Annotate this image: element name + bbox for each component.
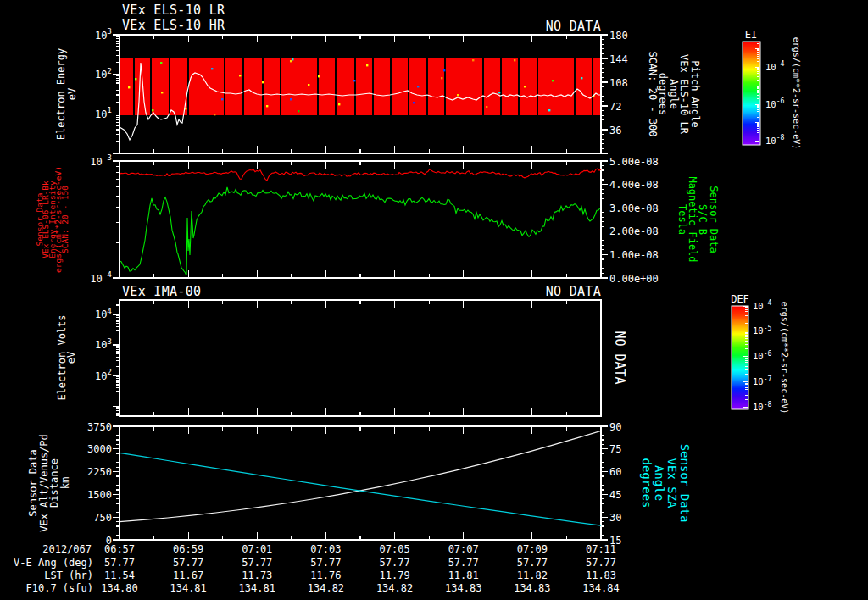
spectrogram-speck [152, 109, 153, 111]
pitch-tick-label: 108 [609, 77, 628, 89]
spectrogram-speck [239, 75, 241, 76]
table-value: 57.77 [586, 557, 616, 569]
pitch-tick-label: 180 [609, 30, 628, 42]
spectrogram-speck [413, 102, 415, 103]
table-row2-label: LST (hr) [44, 569, 93, 581]
alt-tick-label: 3000 [87, 443, 112, 455]
panel1-left-axis-label-line: eV [66, 88, 78, 100]
bfield-tick-label: 1.00e-08 [609, 249, 659, 261]
panel4-right-axis-label-line: degrees [640, 458, 654, 508]
spectrogram-speck [292, 58, 293, 60]
panel2-right-axis-label-line: Tesla [676, 204, 688, 235]
spectrogram-speck [443, 69, 445, 71]
spectrogram-speck [581, 77, 582, 79]
panel2-left-axis-label-line: SCAN: 20 - 150 [60, 186, 70, 253]
sza-tick-label: 90 [609, 421, 621, 433]
panel4-right-axis-label-line: Sensor Data [678, 444, 692, 523]
panel4-right-axis-label-line: Angle [653, 465, 666, 501]
sza-tick-label: 60 [609, 466, 621, 478]
panel4-right-axis-label-line: VEx SZA [665, 458, 679, 508]
table-value: 11.81 [448, 569, 479, 581]
table-date-label: 2012/067 [42, 543, 92, 555]
spectrogram-bin-gap [444, 58, 446, 115]
table-value: 11.54 [104, 569, 135, 581]
time-label: 07:09 [517, 543, 548, 555]
table-value: 134.81 [170, 582, 206, 594]
table-value: 11.83 [586, 569, 616, 581]
spectrogram-speck [353, 80, 355, 81]
alt-tick-label: 2250 [87, 466, 112, 478]
spectrogram-bin-gap [372, 58, 374, 115]
spectrogram-bin-gap [150, 58, 152, 115]
panel1-no-data-label: NO DATA [546, 19, 601, 34]
spectrogram-speck [498, 92, 500, 93]
table-value: 134.83 [514, 582, 550, 594]
panel3-no-data-label: NO DATA [546, 284, 601, 299]
panel1-title-line2: VEx ELS-10 HR [122, 18, 225, 33]
spectrogram-speck [417, 86, 419, 87]
time-label: 06:57 [104, 543, 135, 555]
spectrogram-speck [128, 86, 130, 88]
spectrogram-bin-gap [335, 58, 337, 115]
table-row3-label: F10.7 (sfu) [26, 582, 93, 594]
spectrogram-speck [552, 80, 554, 81]
spectrogram-speck [338, 103, 340, 105]
table-value: 134.83 [445, 582, 481, 594]
alt-tick-label: 1500 [87, 489, 112, 501]
time-label: 06:59 [173, 543, 203, 555]
spectrogram-speck [290, 60, 292, 62]
spectrogram-band [120, 58, 601, 115]
plot-canvas: VEx ELS-10 LR VEx ELS-10 HR NO DATA VEx … [0, 0, 868, 600]
spectrogram-speck [161, 92, 163, 93]
spectrogram-bin-gap [354, 58, 356, 115]
pitch-tick-label: 36 [609, 125, 621, 136]
colorbar-def-title: DEF [731, 293, 749, 305]
sza-tick-label: 45 [609, 489, 621, 501]
table-value: 11.79 [380, 569, 410, 581]
spectrogram-speck [214, 114, 215, 115]
panel1-right-axis-label-line: SCAN: 20 - 300 [647, 51, 659, 136]
spectrogram-speck [457, 94, 459, 96]
spectrogram-bin-gap [574, 58, 576, 115]
table-value: 11.73 [242, 569, 272, 581]
table-value: 57.77 [380, 557, 410, 569]
spectrogram-speck [548, 109, 550, 111]
spectrogram-speck [298, 110, 299, 112]
time-label: 07:01 [242, 543, 272, 555]
colorbar-unit-label: ergs/(cm**2-sr-sec-eV) [780, 302, 789, 414]
table-value: 134.82 [376, 582, 413, 594]
time-label: 07:11 [586, 543, 616, 555]
spectrogram-bin-gap [408, 58, 409, 115]
panel3-right-no-data-line: NO DATA [612, 331, 627, 384]
table-value: 57.77 [448, 557, 479, 569]
spectrogram-speck [221, 98, 223, 100]
pitch-tick-label: 72 [609, 101, 621, 113]
spectrogram-speck [262, 81, 264, 83]
panel3-title: VEx IMA-00 [122, 284, 201, 299]
spectrogram-bin-gap [224, 58, 225, 115]
spectrogram-bin-gap [500, 58, 502, 115]
panel4-left-axis-label-line: km [59, 477, 71, 489]
table-value: 57.77 [242, 557, 272, 569]
table-value: 134.82 [308, 582, 344, 594]
spectrogram-bin-gap [537, 58, 538, 115]
table-value: 134.80 [101, 582, 137, 594]
colorbar-ei-title: EI [745, 29, 757, 41]
alt-tick-label: 3750 [87, 421, 112, 433]
table-value: 57.77 [517, 557, 548, 569]
spectrogram-bin-gap [280, 58, 281, 115]
bfield-tick-label: 5.00e-08 [609, 156, 659, 168]
alt-tick-label: 750 [93, 512, 112, 524]
table-value: 134.81 [239, 582, 275, 594]
sza-tick-label: 30 [609, 512, 621, 524]
table-value: 11.67 [173, 569, 203, 581]
spectrogram-bin-gap [390, 58, 392, 115]
spectrogram-speck [472, 59, 474, 61]
panel1-title-line1: VEx ELS-10 LR [122, 3, 225, 18]
table-value: 11.76 [310, 569, 341, 581]
table-value: 57.77 [310, 557, 341, 569]
bfield-tick-label: 4.00e-08 [609, 179, 659, 191]
spectrogram-speck [514, 59, 515, 61]
spectrogram-bin-gap [133, 58, 135, 115]
spectrogram-speck [524, 86, 526, 87]
